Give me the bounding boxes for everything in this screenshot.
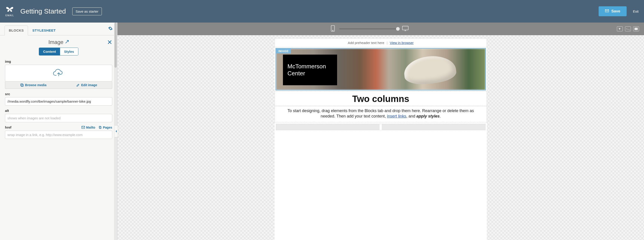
exit-link[interactable]: Exit xyxy=(633,9,638,13)
alt-label: alt xyxy=(5,109,112,113)
image-block[interactable]: IMAGE McTommerson Center xyxy=(274,47,487,91)
toggle-styles[interactable]: Styles xyxy=(60,48,78,55)
apply-styles-text: apply styles xyxy=(416,114,440,118)
href-label: href xyxy=(5,125,11,129)
app-logo: EMAIL xyxy=(6,6,14,17)
image-dropzone[interactable] xyxy=(5,65,112,81)
preheader-block[interactable]: Add preheader text here | View in browse… xyxy=(274,38,487,47)
img-label: img xyxy=(5,59,112,63)
content-styles-toggle: Content Styles xyxy=(0,48,117,55)
preheader-text: Add preheader text here xyxy=(348,41,384,45)
body-text-block[interactable]: To start designing, drag elements from t… xyxy=(274,106,487,122)
close-icon[interactable]: ✕ xyxy=(107,38,112,46)
headline-text: Two columns xyxy=(275,94,486,104)
butterfly-logo-icon xyxy=(6,6,14,13)
save-button[interactable]: Save xyxy=(598,6,626,16)
view-in-browser-link[interactable]: View in browser xyxy=(390,41,414,45)
banner-logo: McTommerson Center xyxy=(283,55,337,85)
fields: img Browse media Edit image src alt href… xyxy=(0,59,117,142)
svg-point-9 xyxy=(635,28,636,29)
main: BLOCKS STYLESHEET Image ✕ Content Styles… xyxy=(0,22,644,240)
sidebar-collapse-handle[interactable] xyxy=(114,125,118,137)
mailto-link[interactable]: Mailto xyxy=(82,126,95,129)
headline-block[interactable]: Two columns xyxy=(274,91,487,106)
settings-gear-icon[interactable] xyxy=(108,26,113,34)
preheader-separator: | xyxy=(386,41,388,45)
alt-input[interactable] xyxy=(5,114,112,122)
browse-media-link[interactable]: Browse media xyxy=(20,83,46,87)
href-input[interactable] xyxy=(5,131,112,139)
email-body: Add preheader text here | View in browse… xyxy=(274,38,487,240)
block-header: Image ✕ xyxy=(0,35,117,48)
canvas-area: Add preheader text here | View in browse… xyxy=(118,22,644,240)
save-button-label: Save xyxy=(611,9,620,13)
insert-links-link[interactable]: insert links xyxy=(387,114,406,118)
link-tool-icon[interactable] xyxy=(625,26,631,31)
cursor-tool-icon[interactable] xyxy=(617,26,623,31)
logo-label: EMAIL xyxy=(6,14,14,17)
body-text: To start designing, drag elements from t… xyxy=(288,108,474,118)
src-input[interactable] xyxy=(5,97,112,106)
locate-arrow-icon[interactable] xyxy=(65,40,69,44)
svg-rect-1 xyxy=(21,84,24,87)
envelope-icon xyxy=(605,9,609,13)
block-title: Image xyxy=(48,39,64,45)
mobile-icon[interactable] xyxy=(330,25,335,32)
top-bar: EMAIL Getting Started Save as starter Sa… xyxy=(0,0,644,22)
two-column-block[interactable] xyxy=(276,124,486,130)
viewport-slider[interactable] xyxy=(339,28,398,29)
edit-image-link[interactable]: Edit image xyxy=(76,83,97,87)
cloud-upload-icon xyxy=(52,68,65,78)
desktop-icon[interactable] xyxy=(402,25,409,32)
svg-rect-0 xyxy=(20,84,23,86)
save-as-starter-button[interactable]: Save as starter xyxy=(72,7,102,15)
device-bar xyxy=(118,22,644,35)
svg-point-6 xyxy=(332,30,333,31)
page-title: Getting Started xyxy=(20,7,66,15)
sidebar: BLOCKS STYLESHEET Image ✕ Content Styles… xyxy=(0,22,118,240)
tab-stylesheet[interactable]: STYLESHEET xyxy=(28,25,60,35)
image-tool-icon[interactable] xyxy=(633,26,639,31)
tab-blocks[interactable]: BLOCKS xyxy=(4,25,28,35)
toggle-content[interactable]: Content xyxy=(39,48,60,55)
svg-rect-7 xyxy=(402,26,408,30)
image-block-tag: IMAGE xyxy=(276,49,291,53)
pages-link[interactable]: Pages xyxy=(98,126,112,129)
slider-thumb[interactable] xyxy=(396,27,400,31)
image-actions: Browse media Edit image xyxy=(5,81,112,89)
email-canvas: Add preheader text here | View in browse… xyxy=(118,35,644,240)
src-label: src xyxy=(5,92,112,96)
sidebar-tabs: BLOCKS STYLESHEET xyxy=(0,22,117,35)
